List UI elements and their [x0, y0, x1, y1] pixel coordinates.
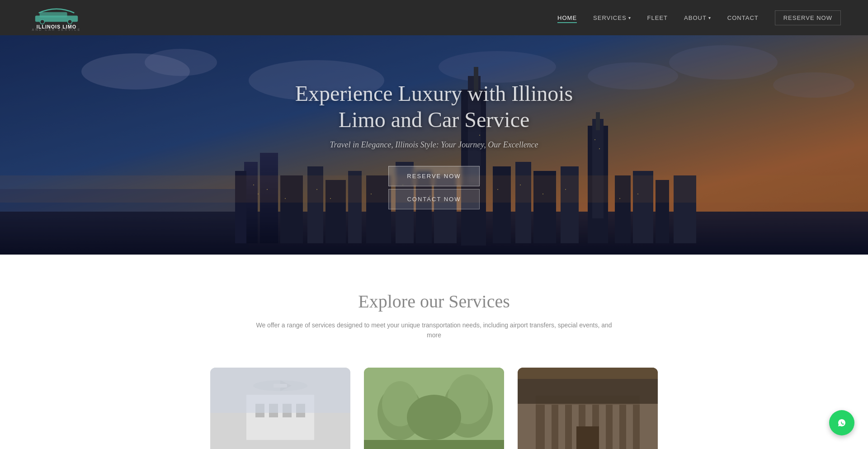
nav-item-services[interactable]: SERVICES ▾	[593, 14, 631, 21]
svg-rect-81	[364, 368, 504, 449]
nav-item-fleet[interactable]: FLEET	[647, 14, 668, 22]
hero-title: Experience Luxury with Illinois Limo and…	[276, 80, 592, 132]
logo-sub: AND CAR SERVICE	[32, 28, 81, 31]
whatsapp-icon	[835, 416, 849, 430]
nav-item-reserve[interactable]: RESERVE NOW	[775, 14, 841, 22]
reserve-now-button[interactable]: RESERVE NOW	[388, 166, 479, 186]
nav-link-home[interactable]: HOME	[557, 14, 577, 23]
contact-now-button[interactable]: CONTACT NOW	[388, 189, 479, 209]
nav-links: HOME SERVICES ▾ FLEET ABOUT ▾ CONTACT RE…	[557, 14, 841, 22]
services-title: Explore our Services	[9, 291, 859, 312]
services-section: Explore our Services We offer a range of…	[0, 255, 868, 449]
services-dropdown-arrow: ▾	[628, 15, 631, 20]
svg-rect-96	[518, 368, 658, 449]
corporate-card-image	[518, 368, 658, 449]
nav-reserve-button[interactable]: RESERVE NOW	[775, 10, 841, 25]
services-cards	[140, 368, 728, 449]
navbar: ILLINOIS LIMO AND CAR SERVICE HOME SERVI…	[0, 0, 868, 35]
service-card-corporate[interactable]	[518, 368, 658, 449]
service-card-airport[interactable]	[210, 368, 350, 449]
hero-section: Experience Luxury with Illinois Limo and…	[0, 35, 868, 255]
nav-link-fleet[interactable]: FLEET	[647, 14, 668, 21]
services-description: We offer a range of services designed to…	[253, 320, 615, 340]
svg-rect-73	[210, 368, 350, 449]
service-card-wedding[interactable]	[364, 368, 504, 449]
wedding-card-image	[364, 368, 504, 449]
nav-item-contact[interactable]: CONTACT	[727, 14, 759, 22]
airport-card-image	[210, 368, 350, 449]
whatsapp-button[interactable]	[829, 410, 854, 435]
nav-link-about[interactable]: ABOUT ▾	[684, 14, 711, 21]
svg-point-2	[40, 19, 45, 24]
svg-point-3	[68, 19, 72, 24]
hero-subtitle: Travel in Elegance, Illinois Style: Your…	[330, 140, 538, 150]
hero-content: Experience Luxury with Illinois Limo and…	[0, 35, 868, 255]
svg-rect-1	[40, 12, 67, 18]
nav-item-about[interactable]: ABOUT ▾	[684, 14, 711, 21]
nav-item-home[interactable]: HOME	[557, 14, 577, 22]
about-dropdown-arrow: ▾	[708, 15, 711, 20]
nav-link-contact[interactable]: CONTACT	[727, 14, 759, 21]
logo[interactable]: ILLINOIS LIMO AND CAR SERVICE	[27, 4, 86, 31]
logo-icon: ILLINOIS LIMO	[29, 4, 84, 30]
nav-link-services[interactable]: SERVICES ▾	[593, 14, 631, 21]
